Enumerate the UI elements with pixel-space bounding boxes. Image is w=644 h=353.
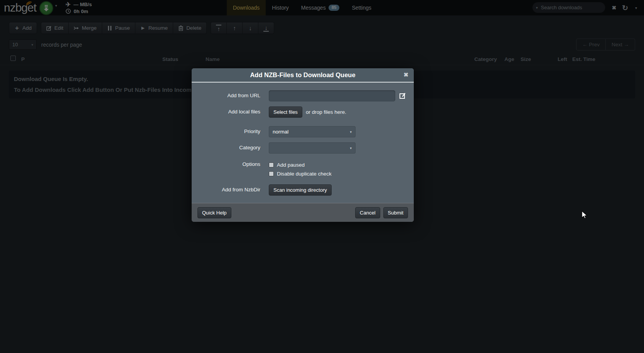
options-label: Options [199,160,260,167]
category-caret-icon: ▾ [350,146,352,150]
add-paused-option[interactable]: Add paused [269,162,332,168]
category-select[interactable]: ▾ [269,142,356,154]
add-paused-checkbox[interactable] [269,162,274,167]
category-label: Category [199,142,260,150]
local-files-row: Add local files Select files or drop fil… [199,106,406,118]
nzbdir-row: Add from NzbDir Scan incoming directory [199,184,406,196]
scan-incoming-directory-button[interactable]: Scan incoming directory [269,184,332,196]
dialog-header: Add NZB-Files to Download Queue ✖ [192,68,414,83]
priority-select[interactable]: normal ▾ [269,126,356,137]
drop-files-hint: or drop files here. [306,106,346,115]
edit-url-icon[interactable] [399,92,406,101]
disable-duplicate-check-checkbox[interactable] [269,171,274,176]
nzbdir-label: Add from NzbDir [199,184,260,193]
url-label: Add from URL [199,90,260,98]
category-row: Category ▾ [199,142,406,154]
url-row: Add from URL [199,90,406,101]
dialog-footer: Quick Help Cancel Submit [192,203,414,222]
quick-help-button[interactable]: Quick Help [197,207,231,218]
priority-row: Priority normal ▾ [199,126,406,137]
close-icon[interactable]: ✖ [403,72,408,78]
cancel-button[interactable]: Cancel [355,207,380,218]
local-files-label: Add local files [199,106,260,115]
disable-duplicate-check-option[interactable]: Disable duplicate check [269,171,332,177]
url-input[interactable] [269,90,395,101]
priority-label: Priority [199,126,260,134]
add-nzb-dialog: Add NZB-Files to Download Queue ✖ Add fr… [192,68,414,222]
options-row: Options Add paused Disable duplicate che… [199,160,406,177]
submit-button[interactable]: Submit [383,207,408,218]
priority-caret-icon: ▾ [350,130,352,134]
select-files-button[interactable]: Select files [269,106,302,118]
dialog-body: Add from URL Add local files Select file… [192,83,414,203]
dialog-title: Add NZB-Files to Download Queue [250,71,355,79]
